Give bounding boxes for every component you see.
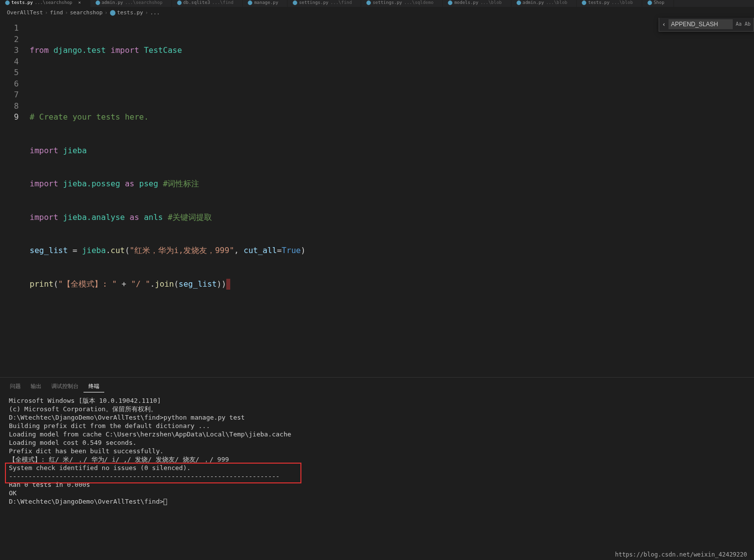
- chevron-right-icon[interactable]: ›: [662, 19, 666, 30]
- tab-path: ...\find: [331, 0, 352, 5]
- panel-tabs: 问题 输出 调试控制台 终端: [0, 378, 754, 392]
- terminal-line: Loading model cost 0.549 seconds.: [9, 438, 745, 447]
- python-file-icon: ⬤: [582, 0, 586, 5]
- find-widget[interactable]: › Aa Ab: [659, 18, 754, 32]
- database-file-icon: ⬤: [177, 0, 182, 5]
- python-file-icon: ⬤: [5, 0, 10, 5]
- terminal-line: Prefix dict has been built successfully.: [9, 447, 745, 455]
- tab-filename: Shop: [654, 0, 665, 5]
- line-number: 3: [0, 45, 19, 56]
- terminal[interactable]: Microsoft Windows [版本 10.0.19042.1110] (…: [0, 392, 754, 560]
- line-number: 2: [0, 34, 19, 45]
- line-number-gutter: 1 2 3 4 5 6 7 8 9: [0, 18, 30, 377]
- watermark-text: https://blog.csdn.net/weixin_42429220: [615, 551, 747, 558]
- python-file-icon: ⬤: [95, 0, 100, 5]
- panel-tab-terminal[interactable]: 终端: [84, 381, 104, 392]
- line-number: 1: [0, 23, 19, 34]
- terminal-line: (c) Microsoft Corporation。保留所有权利。: [9, 405, 745, 413]
- terminal-cursor: [164, 499, 167, 505]
- breadcrumb[interactable]: OverAllTest › find › searchshop › ⬤ test…: [0, 7, 754, 18]
- terminal-line: 【全模式】: 红/ 米/ ，/ 华为/ i/ ,/ 发烧/ 发烧友/ 烧友/ ，…: [9, 455, 745, 464]
- python-file-icon: ⬤: [366, 0, 371, 5]
- terminal-line: Microsoft Windows [版本 10.0.19042.1110]: [9, 396, 745, 405]
- line-number: 7: [0, 89, 19, 101]
- line-number: 4: [0, 56, 19, 68]
- terminal-line: Building prefix dict from the default di…: [9, 422, 745, 430]
- tab-filename: settings.py: [373, 0, 402, 5]
- tab-filename: settings.py: [299, 0, 329, 5]
- breadcrumb-item[interactable]: ...: [150, 9, 160, 16]
- tab-filename: manage.py: [254, 0, 278, 5]
- tab-tests-blob[interactable]: ⬤ tests.py ...\blob: [577, 0, 642, 7]
- tab-admin-searchshop[interactable]: ⬤ admin.py ...\searchshop: [90, 0, 172, 7]
- code-editor[interactable]: 1 2 3 4 5 6 7 8 9 from django.test impor…: [0, 18, 754, 377]
- chevron-right-icon: ›: [65, 10, 68, 15]
- terminal-line: ----------------------------------------…: [9, 472, 745, 480]
- tab-path: ...\blob: [546, 0, 567, 5]
- close-icon[interactable]: ×: [78, 0, 81, 5]
- tab-filename: admin.py: [102, 0, 123, 5]
- python-file-icon: ⬤: [516, 0, 521, 5]
- tab-filename: tests.py: [588, 0, 609, 5]
- tab-tests-searchshop[interactable]: ⬤ tests.py ...\searchshop ×: [0, 0, 90, 7]
- chevron-right-icon: ›: [145, 10, 148, 15]
- tab-models-blob[interactable]: ⬤ models.py ...\blob: [443, 0, 511, 7]
- terminal-line: Ran 0 tests in 0.000s: [9, 480, 745, 489]
- tab-settings-find[interactable]: ⬤ settings.py ...\find: [288, 0, 361, 7]
- line-number: 5: [0, 67, 19, 79]
- tab-filename: models.py: [454, 0, 478, 5]
- terminal-line: OK: [9, 489, 745, 497]
- tab-path: ...\sqldemo: [404, 0, 434, 5]
- cursor-block: [226, 279, 230, 290]
- tab-filename: db.sqlite3: [183, 0, 210, 5]
- tab-db-sqlite[interactable]: ⬤ db.sqlite3 ...\find: [172, 0, 243, 7]
- breadcrumb-item[interactable]: find: [50, 9, 63, 16]
- terminal-prompt: D:\Wtechtec\DjangoDemo\OverAllTest\find>: [9, 497, 745, 506]
- panel-tab-output[interactable]: 输出: [26, 381, 46, 392]
- breadcrumb-item[interactable]: searchshop: [70, 9, 102, 16]
- find-input[interactable]: [669, 19, 733, 29]
- tab-filename: tests.py: [11, 0, 33, 5]
- chevron-right-icon: ›: [105, 10, 108, 15]
- python-file-icon: ⬤: [448, 0, 453, 5]
- tab-shop[interactable]: ⬤ Shop: [642, 0, 674, 7]
- line-number: 6: [0, 79, 19, 90]
- code-content[interactable]: from django.test import TestCase # Creat…: [30, 18, 754, 377]
- panel-tab-debug[interactable]: 调试控制台: [46, 381, 84, 392]
- python-file-icon: ⬤: [110, 9, 116, 16]
- tab-path: ...\blob: [480, 0, 502, 5]
- tab-admin-blob[interactable]: ⬤ admin.py ...\blob: [511, 0, 577, 7]
- whole-word-toggle[interactable]: Ab: [745, 19, 751, 30]
- match-case-toggle[interactable]: Aa: [736, 19, 742, 30]
- tab-path: ...\searchshop: [125, 0, 163, 5]
- tab-path: ...\searchshop: [35, 0, 72, 5]
- tab-filename: admin.py: [523, 0, 544, 5]
- python-file-icon: ⬤: [647, 0, 652, 5]
- bottom-panel: 问题 输出 调试控制台 终端 Microsoft Windows [版本 10.…: [0, 377, 754, 560]
- tab-manage[interactable]: ⬤ manage.py: [243, 0, 288, 7]
- tab-path: ...\blob: [612, 0, 633, 5]
- python-file-icon: ⬤: [293, 0, 297, 5]
- line-number: 8: [0, 101, 19, 112]
- tab-settings-sqldemo[interactable]: ⬤ settings.py ...\sqldemo: [361, 0, 443, 7]
- panel-tab-problems[interactable]: 问题: [5, 381, 26, 392]
- terminal-line: System check identified no issues (0 sil…: [9, 464, 745, 472]
- line-number: 9: [0, 112, 19, 123]
- chevron-right-icon: ›: [45, 10, 48, 15]
- python-file-icon: ⬤: [248, 0, 252, 5]
- terminal-line: Loading model from cache C:\Users\herzsh…: [9, 430, 745, 438]
- editor-tabs-bar: ⬤ tests.py ...\searchshop × ⬤ admin.py .…: [0, 0, 754, 7]
- breadcrumb-item[interactable]: OverAllTest: [7, 9, 43, 16]
- terminal-line: D:\Wtechtec\DjangoDemo\OverAllTest\find>…: [9, 413, 745, 422]
- tab-path: ...\find: [212, 0, 233, 5]
- breadcrumb-item[interactable]: tests.py: [117, 9, 143, 16]
